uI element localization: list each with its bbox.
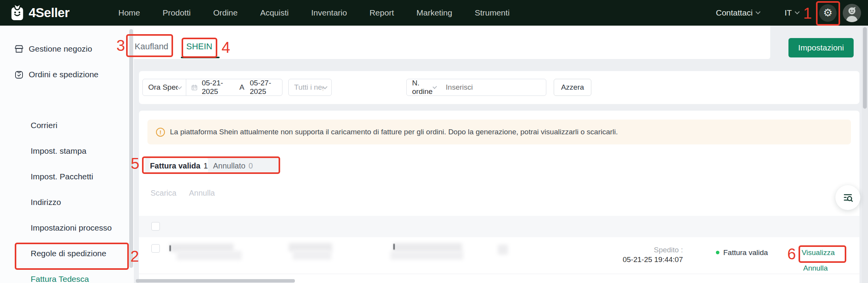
view-invoice-link[interactable]: Visualizza [802,248,835,257]
store-filter-value: Tutti i nego [294,83,323,92]
brand-logo[interactable]: 4Seller [10,0,69,26]
date-separator: A [238,83,246,92]
redaction-artifact [170,245,171,251]
settings-sidebar: Gestione negozio Ordini e spedizione Cor… [0,26,134,283]
chevron-down-icon [795,9,800,14]
warning-icon: ! [156,128,165,137]
bulk-download-button[interactable]: Scarica [151,189,177,198]
redacted-order-number [177,251,242,260]
sidebar-item-regole-di-spedizione[interactable]: Regole di spedizione [0,245,128,262]
shipped-time: 05-21-25 19:44:07 [594,255,683,264]
sidebar-scrollbar[interactable] [129,29,133,268]
tab-count: 1 [203,161,208,170]
impostazioni-button[interactable]: Impostazioni [788,38,854,57]
row-checkbox[interactable] [151,244,160,253]
shein-notice-banner: ! La piattaforma Shein attualmente non s… [147,120,851,144]
nav-item-marketing[interactable]: Marketing [416,8,452,17]
clear-filters-button[interactable]: Azzera [554,79,591,96]
nav-item-inventario[interactable]: Inventario [311,8,347,17]
list-search-floating-button[interactable] [835,185,860,210]
sidebar-item-impost-pacchetti[interactable]: Impost. Pacchetti [0,168,128,185]
order-field-select[interactable]: N. ordine [407,79,441,96]
status-dot [716,251,719,254]
shopping-bag-logo-icon [10,5,24,21]
gear-icon: ⚙ [823,8,832,18]
brand-name: 4Seller [29,5,69,20]
sidebar-item-label: Impost. stampa [31,146,87,156]
tab-annullato[interactable]: Annullato 0 [213,158,253,174]
time-field-value: Ora Spediz [148,83,178,92]
tab-label: Fattura valida [150,161,200,170]
nav-item-acquisti[interactable]: Acquisti [260,8,289,17]
sidebar-item-label: Gestione negozio [29,44,92,54]
sidebar-item-impostazioni-processo[interactable]: Impostazioni processo [0,219,128,236]
status-badge: Fattura valida [723,248,768,257]
sidebar-item-ordini-e-spedizione[interactable]: Ordini e spedizione [0,66,128,83]
chevron-down-icon [755,9,761,14]
redaction-artifact [393,244,395,250]
search-list-icon [841,191,854,204]
contact-label: Contattaci [716,8,753,17]
sidebar-item-indirizzo[interactable]: Indirizzo [0,194,128,211]
tab-fattura-valida[interactable]: Fattura valida 1 [150,158,208,174]
sidebar-item-label: Regole di spedizione [31,249,106,258]
store-filter-select[interactable]: Tutti i nego [288,79,332,96]
sidebar-item-fattura-tedesca[interactable]: Fattura Tedesca [0,271,128,283]
page-vertical-scrollbar[interactable] [862,26,868,283]
invoice-status-tabs: Fattura valida 1 Annullato 0 [145,158,279,174]
order-search-input[interactable] [441,83,545,92]
settings-gear-button[interactable]: ⚙ [819,4,837,22]
sidebar-item-label: Impostazioni processo [31,223,112,233]
avatar-person-icon [843,4,861,22]
page-horizontal-scrollbar[interactable] [136,279,295,283]
time-field-select[interactable]: Ora Spediz [143,83,186,92]
order-field-value: N. ordine [412,79,433,96]
user-avatar[interactable] [843,4,861,22]
sidebar-item-label: Indirizzo [31,198,61,207]
redacted-recipient [498,245,508,255]
bulk-cancel-button[interactable]: Annulla [189,189,215,198]
date-range-picker[interactable]: 05-21-2025 A 05-27-2025 [186,79,282,96]
order-search-control: N. ordine [406,79,546,96]
nav-item-report[interactable]: Report [369,8,394,17]
language-dropdown[interactable]: IT [785,0,799,26]
chevron-down-icon [322,84,327,89]
main-nav: Home Prodotti Ordine Acquisti Inventario… [118,0,509,26]
nav-item-strumenti[interactable]: Strumenti [475,8,509,17]
tab-shein[interactable]: SHEIN [186,36,212,57]
sidebar-item-label: Impost. Pacchetti [31,172,93,181]
nav-item-ordine[interactable]: Ordine [213,8,237,17]
contact-dropdown[interactable]: Contattaci [716,0,760,26]
date-to: 05-27-2025 [250,79,282,96]
calendar-icon [191,83,198,92]
nav-item-home[interactable]: Home [118,8,140,17]
shipped-label: Spedito : [594,246,683,254]
date-filter-control: Ora Spediz 05-21-2025 A 05-27-2025 [142,79,282,96]
nav-item-prodotti[interactable]: Prodotti [163,8,191,17]
date-from: 05-21-2025 [202,79,234,96]
sidebar-item-label: Ordini e spedizione [29,70,99,79]
language-label: IT [785,8,792,17]
tab-label: Annullato [213,161,245,170]
cancel-invoice-link[interactable]: Annulla [803,264,828,273]
select-all-checkbox[interactable] [151,222,160,231]
tab-count: 0 [248,161,253,170]
storefront-icon [14,44,24,54]
active-tab-underline [181,57,220,58]
sidebar-item-gestione-negozio[interactable]: Gestione negozio [0,40,128,57]
platform-tab-strip [134,26,770,59]
notice-text: La piattaforma Shein attualmente non sup… [170,128,618,136]
app-screen: 4Seller Home Prodotti Ordine Acquisti In… [0,0,868,283]
redacted-invoice-number [390,251,463,260]
top-navigation-bar: 4Seller Home Prodotti Ordine Acquisti In… [0,0,868,26]
orders-bag-icon [14,69,24,80]
sidebar-item-impost-stampa[interactable]: Impost. stampa [0,142,128,160]
sidebar-item-label: Fattura Tedesca [31,274,89,283]
scrollbar-thumb[interactable] [863,27,867,109]
sidebar-item-label: Corrieri [31,121,57,130]
sidebar-item-corrieri[interactable]: Corrieri [0,117,128,134]
redacted-store-name [293,250,331,260]
tab-kaufland[interactable]: Kaufland [135,36,168,57]
table-header [139,216,859,237]
